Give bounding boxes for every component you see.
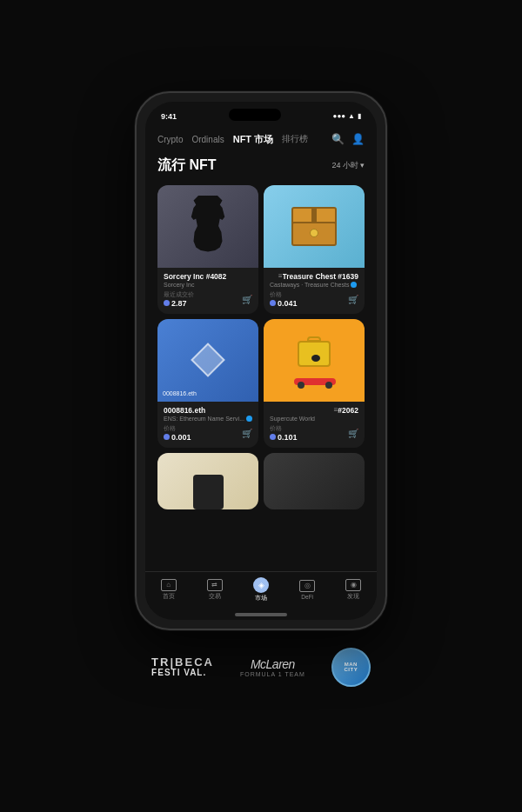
nav-item-discover[interactable]: ◉ 发现 — [331, 579, 377, 601]
nft-row-2: 0008816.eth 0008816.eth ENS: Ethereum Na… — [157, 319, 365, 448]
nft-info-supercute: ≡ #2062 Supercute World 价格 0.101 — [264, 402, 365, 448]
price-label-treasure: 价格 — [270, 291, 298, 299]
defi-icon: ◎ — [304, 582, 311, 589]
nft-image-sorcery — [157, 185, 258, 268]
nft-info-ens: 0008816.eth ENS: Ethereum Name Servi... … — [157, 402, 258, 448]
nft-info-treasure: ≡ Treasure Chest #1639 Castaways · Treas… — [264, 268, 365, 314]
nft-card-supercute[interactable]: ≡ #2062 Supercute World 价格 0.101 — [264, 319, 365, 448]
nav-label-market: 市场 — [255, 595, 267, 602]
nft-grid: Sorcery Inc #4082 Sorcery Inc 最近成交价 2.87 — [145, 180, 377, 571]
dynamic-island — [229, 109, 281, 121]
bottom-nav: ⌂ 首页 ⇄ 交易 ◈ 市场 — [145, 571, 377, 609]
nft-row-3 — [157, 453, 365, 509]
tab-crypto[interactable]: Crypto — [157, 133, 183, 146]
wifi-icon: ▲ — [348, 112, 355, 120]
nft-title-sorcery: Sorcery Inc #4082 — [164, 272, 226, 281]
nft-image-supercute — [264, 319, 365, 402]
nft-collection-treasure: Castaways · Treasure Chests — [270, 282, 358, 288]
nft-collection-sorcery: Sorcery Inc — [164, 282, 252, 288]
nft-title-ens: 0008816.eth — [164, 406, 205, 415]
discover-icon: ◉ — [351, 581, 357, 589]
mclaren-subtitle: FORMULA 1 TEAM — [240, 671, 305, 677]
tab-nft[interactable]: NFT 市场 — [233, 131, 273, 148]
tab-rank[interactable]: 排行榜 — [282, 131, 308, 147]
price-row-treasure: 价格 0.041 🛒 — [270, 291, 358, 308]
nft-card-partial1[interactable] — [157, 453, 258, 509]
brand-tribeca: TR|BECA FESTI VAL. — [151, 656, 214, 677]
menu-dots-treasure: ≡ — [276, 272, 283, 280]
phone-frame: 9:41 ●●● ▲ ▮ Crypto Ordinals NFT 市场 排行榜 … — [135, 91, 387, 630]
treasure-chest-figure — [291, 207, 337, 246]
skate-figure — [291, 332, 338, 389]
price-row-sorcery: 最近成交价 2.87 🛒 — [164, 291, 252, 308]
nft-card-sorcery[interactable]: Sorcery Inc #4082 Sorcery Inc 最近成交价 2.87 — [157, 185, 258, 314]
nft-title-supercute: #2062 — [338, 406, 358, 415]
ens-address-label: 0008816.eth — [163, 390, 197, 396]
nft-collection-ens: ENS: Ethereum Name Servi... — [164, 416, 252, 422]
nav-label-defi: DeFi — [301, 594, 313, 600]
user-icon[interactable]: 👤 — [351, 133, 365, 145]
verified-badge-treasure — [351, 282, 357, 288]
phone-screen: 9:41 ●●● ▲ ▮ Crypto Ordinals NFT 市场 排行榜 … — [145, 102, 377, 620]
home-indicator — [235, 613, 287, 616]
nav-label-home: 首页 — [163, 593, 175, 601]
ens-diamond-shape — [191, 343, 225, 377]
verified-badge-ens — [246, 416, 252, 422]
nft-card-treasure[interactable]: ≡ Treasure Chest #1639 Castaways · Treas… — [264, 185, 365, 314]
nft-card-partial2[interactable] — [264, 453, 365, 509]
page-title: 流行 NFT — [157, 156, 217, 175]
status-bar: 9:41 ●●● ▲ ▮ — [145, 102, 377, 128]
time-filter[interactable]: 24 小时 ▾ — [331, 160, 365, 171]
header-row: 流行 NFT 24 小时 ▾ — [145, 153, 377, 180]
menu-dots-supercute: ≡ — [331, 406, 338, 414]
tab-ordinals[interactable]: Ordinals — [191, 133, 224, 146]
nft-image-partial1 — [157, 453, 258, 509]
nav-label-trade: 交易 — [209, 593, 221, 601]
phone-wrapper: 9:41 ●●● ▲ ▮ Crypto Ordinals NFT 市场 排行榜 … — [135, 91, 387, 630]
status-time: 9:41 — [161, 112, 177, 121]
nft-collection-supercute: Supercute World — [270, 416, 358, 422]
market-icon: ◈ — [258, 581, 264, 589]
price-value-sorcery: 2.87 — [164, 299, 194, 308]
dark-figure — [193, 475, 224, 509]
battery-icon: ▮ — [358, 112, 361, 120]
cart-icon-supercute[interactable]: 🛒 — [348, 429, 358, 438]
nft-image-partial2 — [264, 453, 365, 509]
eth-dot-icon — [164, 300, 170, 306]
trade-icon: ⇄ — [211, 581, 218, 589]
cart-icon-treasure[interactable]: 🛒 — [348, 295, 358, 304]
home-icon: ⌂ — [166, 581, 171, 589]
nft-title-treasure: Treasure Chest #1639 — [283, 272, 358, 281]
brand-mancity: MANCITY — [331, 648, 371, 687]
nft-image-treasure — [264, 185, 365, 268]
nav-tabs: Crypto Ordinals NFT 市场 排行榜 🔍 👤 — [145, 128, 377, 153]
brand-mclaren: McLaren FORMULA 1 TEAM — [240, 657, 305, 677]
nav-icons: 🔍 👤 — [331, 133, 365, 145]
nav-label-discover: 发现 — [347, 593, 359, 601]
eth-dot-icon-3 — [164, 434, 170, 440]
price-value-supercute: 0.101 — [270, 433, 298, 442]
search-icon[interactable]: 🔍 — [331, 133, 345, 145]
cart-icon-sorcery[interactable]: 🛒 — [242, 295, 252, 304]
tribeca-logo-line2: FESTI VAL. — [151, 668, 206, 677]
price-label-supercute: 价格 — [270, 425, 298, 433]
tribeca-logo-line1: TR|BECA — [151, 656, 214, 668]
price-value-treasure: 0.041 — [270, 299, 298, 308]
brands-footer: TR|BECA FESTI VAL. McLaren FORMULA 1 TEA… — [151, 648, 371, 687]
signal-icon: ●●● — [333, 112, 346, 120]
eth-dot-icon-2 — [270, 300, 276, 306]
nft-row-1: Sorcery Inc #4082 Sorcery Inc 最近成交价 2.87 — [157, 185, 365, 314]
nav-item-market[interactable]: ◈ 市场 — [238, 577, 284, 602]
chevron-down-icon: ▾ — [360, 161, 365, 170]
price-row-ens: 价格 0.001 🛒 — [164, 425, 252, 442]
status-icons: ●●● ▲ ▮ — [333, 112, 361, 120]
nav-item-trade[interactable]: ⇄ 交易 — [191, 579, 238, 601]
nft-card-ens[interactable]: 0008816.eth 0008816.eth ENS: Ethereum Na… — [157, 319, 258, 448]
price-label-sorcery: 最近成交价 — [164, 291, 194, 299]
cart-icon-ens[interactable]: 🛒 — [242, 429, 252, 438]
nav-item-defi[interactable]: ◎ DeFi — [284, 580, 331, 600]
nft-image-ens: 0008816.eth — [157, 319, 258, 402]
price-value-ens: 0.001 — [164, 433, 191, 442]
nav-item-home[interactable]: ⌂ 首页 — [145, 579, 191, 601]
nft-info-sorcery: Sorcery Inc #4082 Sorcery Inc 最近成交价 2.87 — [157, 268, 258, 314]
